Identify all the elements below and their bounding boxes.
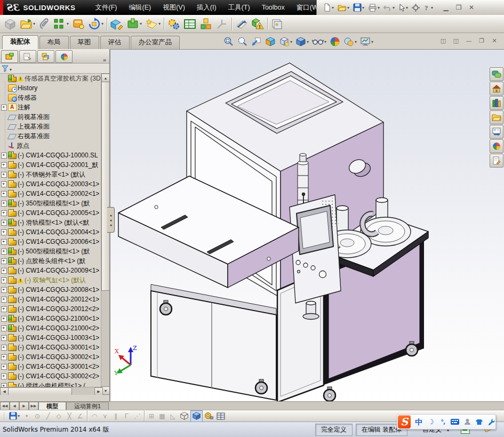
move-component-button[interactable]: [86, 16, 105, 32]
menu-view[interactable]: 视图(V): [157, 0, 191, 15]
tree-item[interactable]: (-) 350型模组模型<1> (默: [0, 198, 102, 208]
instant3d-button[interactable]: [234, 16, 250, 32]
interference-detection-button[interactable]: !: [250, 16, 266, 32]
hide-show-items-button[interactable]: [310, 35, 328, 49]
menu-toolbox[interactable]: Toolbox: [256, 0, 291, 15]
relation-tangent-icon[interactable]: ◠: [89, 411, 100, 421]
print-button[interactable]: [366, 1, 381, 14]
open-document-button[interactable]: [336, 1, 351, 14]
tree-item[interactable]: (-) CW14-CGQGJ-20008<1>: [0, 285, 102, 295]
last-tab-button[interactable]: ▶▶: [29, 402, 38, 410]
apply-scene-button[interactable]: [342, 35, 358, 49]
tab-sketch[interactable]: 草图: [70, 36, 99, 49]
pane-right-button[interactable]: ◫: [450, 35, 462, 46]
filter-dropdown[interactable]: [9, 63, 12, 73]
expand-toggle-icon[interactable]: [1, 268, 7, 274]
tree-item[interactable]: (-) 点胶枪头组件<1> (默: [0, 256, 102, 266]
expand-toggle-icon[interactable]: [1, 258, 7, 264]
grid-icon[interactable]: ▦: [157, 411, 167, 421]
menu-edit[interactable]: 编辑(E): [123, 0, 157, 15]
tree-vertical-scrollbar[interactable]: ▲ ▼: [101, 74, 109, 395]
expand-toggle-icon[interactable]: [1, 210, 7, 216]
tab-featuremanager[interactable]: [1, 50, 18, 63]
sketch-trim-icon[interactable]: ╳: [64, 411, 75, 421]
help-button[interactable]: ?: [422, 1, 435, 14]
smart-fasteners-button[interactable]: [70, 16, 86, 32]
tree-item[interactable]: 传感器真空灌胶机方案 (3D: [0, 74, 102, 83]
expand-toggle-icon[interactable]: [1, 335, 7, 341]
model-3d[interactable]: [110, 50, 504, 401]
expand-toggle-icon[interactable]: [1, 220, 7, 226]
view-settings-button[interactable]: [358, 35, 375, 49]
select-pointer-button[interactable]: [397, 1, 410, 14]
appearances-button[interactable]: [490, 139, 503, 153]
menu-tools[interactable]: 工具(T): [222, 0, 256, 15]
save-quick-button[interactable]: [7, 410, 21, 422]
tree-item[interactable]: (-) CW14-CGQGJ-30001<2>: [0, 362, 102, 371]
tree-item[interactable]: 上视基准面: [0, 122, 102, 131]
tree-item[interactable]: (-) CW14-CGQGJ-30002<2>: [0, 371, 102, 381]
expand-toggle-icon[interactable]: [1, 229, 7, 235]
expand-toggle-icon[interactable]: [1, 325, 7, 331]
tab-evaluate[interactable]: 评估: [100, 36, 130, 49]
toolbar-grip[interactable]: [3, 412, 5, 420]
mate-button[interactable]: [37, 16, 52, 32]
scroll-right-button[interactable]: ▶: [94, 387, 103, 395]
expand-toggle-icon[interactable]: [1, 239, 7, 245]
tab-displaymanager[interactable]: [55, 50, 73, 63]
edit-appearance-button[interactable]: [328, 35, 342, 49]
sketch-circle-icon[interactable]: ⊙: [32, 411, 43, 421]
fullmoon-mode-icon[interactable]: ☽: [427, 417, 435, 427]
linear-component-pattern-button[interactable]: [52, 16, 70, 32]
open-part-button[interactable]: [18, 16, 37, 32]
tab-configurationmanager[interactable]: [37, 50, 54, 63]
tab-assembly[interactable]: 装配体: [2, 35, 38, 50]
tree-item[interactable]: (-) 双轴气缸<1> (默认: [0, 275, 102, 285]
assembly-features-button[interactable]: [125, 16, 143, 32]
filter-funnel-icon[interactable]: [2, 65, 9, 72]
tree-item[interactable]: (-) CW14-CGQGJ-20009<1>: [0, 266, 102, 275]
sketch-angle-icon[interactable]: ∠: [75, 411, 85, 421]
expand-toggle-icon[interactable]: [1, 249, 7, 255]
expand-toggle-icon[interactable]: [1, 287, 7, 293]
tree-item[interactable]: 右视基准面: [0, 131, 102, 141]
tab-motion-study[interactable]: 运动算例1: [66, 402, 109, 410]
relation-perpendicular-icon[interactable]: Γ: [121, 411, 132, 421]
tree-item[interactable]: (-) CW14-CGQGJ-20012<2>: [0, 304, 102, 314]
zoom-fit-button[interactable]: [222, 35, 236, 49]
options-button[interactable]: [410, 1, 421, 14]
tab-model[interactable]: 模型: [38, 402, 66, 410]
close-button[interactable]: ✕: [465, 2, 478, 13]
tree-item[interactable]: 原点: [0, 141, 102, 150]
shaded-view-button[interactable]: [190, 410, 203, 422]
tree-item[interactable]: (-) 500型模组模型<1> (默: [0, 247, 102, 256]
tree-item[interactable]: 传感器: [0, 93, 102, 102]
horizontal-scroll-thumb[interactable]: [8, 387, 72, 395]
explode-line-sketch-button[interactable]: [214, 16, 230, 32]
edit-component-button[interactable]: [109, 16, 125, 32]
previous-view-button[interactable]: [250, 35, 263, 49]
vertical-scroll-thumb[interactable]: [101, 82, 109, 291]
graphics-viewport[interactable]: Z X Y: [110, 49, 504, 401]
section-view-button[interactable]: [263, 35, 277, 49]
menu-file[interactable]: 文件(F): [90, 0, 123, 15]
tab-office-products[interactable]: 办公室产品: [131, 36, 180, 49]
soft-keyboard-icon[interactable]: [451, 417, 459, 427]
tree-item[interactable]: (-) CW14-CGQGJ-20006<1>: [0, 237, 102, 247]
bill-of-materials-button[interactable]: [182, 16, 198, 32]
tree-item[interactable]: 前视基准面: [0, 112, 102, 122]
insert-component-button[interactable]: [2, 16, 18, 32]
measure-button[interactable]: [203, 410, 215, 422]
table-button[interactable]: [215, 410, 227, 422]
tab-layout[interactable]: 布局: [39, 36, 69, 49]
pane-left-button[interactable]: ◫: [437, 35, 450, 46]
tree-item[interactable]: (-) CW14-CGQGJ-10003<1>: [0, 333, 102, 343]
design-library-button[interactable]: [490, 96, 503, 110]
tree-item[interactable]: (-) CW14-CGQGJ-30001<1>: [0, 343, 102, 352]
sketch-polygon-icon[interactable]: ◇: [53, 411, 64, 421]
expand-toggle-icon[interactable]: [1, 306, 7, 312]
tree-item[interactable]: (-) CW14-CGQGJ-21000<1>: [0, 314, 102, 323]
view-palette-button[interactable]: [490, 125, 503, 139]
expand-toggle-icon[interactable]: [1, 354, 7, 360]
tab-propertymanager[interactable]: [19, 50, 36, 63]
